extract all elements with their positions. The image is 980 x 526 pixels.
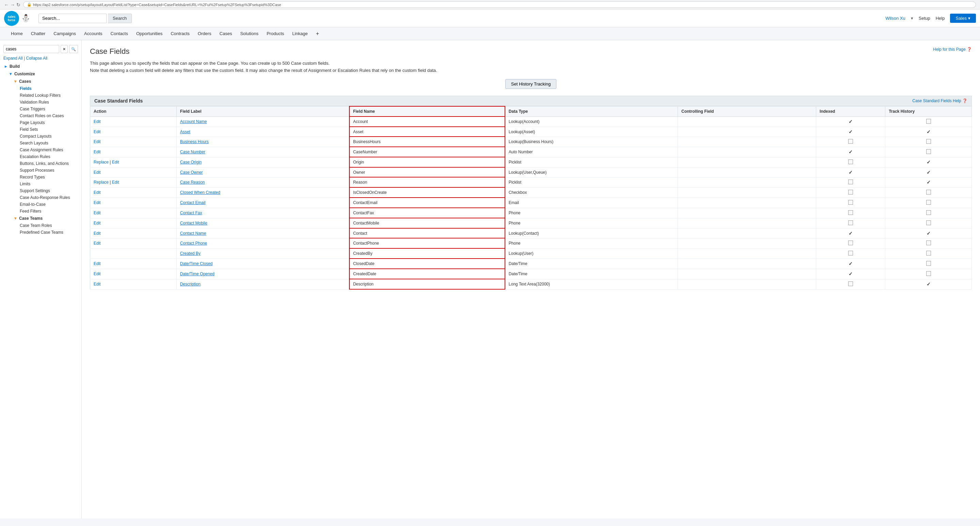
sidebar-cases-toggle[interactable]: ▾ Cases [10, 78, 81, 85]
nav-campaigns[interactable]: Campaigns [49, 27, 80, 40]
edit-link[interactable]: Edit [94, 139, 101, 144]
sidebar-case-teams-toggle[interactable]: ▾ Case Teams [10, 215, 81, 222]
sidebar-item-page-layouts[interactable]: Page Layouts [14, 119, 81, 126]
sidebar-item-fields[interactable]: Fields [14, 85, 81, 92]
nav-accounts[interactable]: Accounts [80, 27, 106, 40]
nav-linkage[interactable]: Linkage [288, 27, 312, 40]
sidebar-item-contact-roles[interactable]: Contact Roles on Cases [14, 112, 81, 119]
sidebar-item-related-lookup[interactable]: Related Lookup Filters [14, 92, 81, 99]
cell-indexed [816, 279, 885, 289]
field-label-link[interactable]: Asset [180, 129, 190, 134]
back-button[interactable]: ← [4, 2, 9, 8]
sidebar-item-support-processes[interactable]: Support Processes [14, 167, 81, 174]
nav-opportunities[interactable]: Opportunities [132, 27, 167, 40]
sidebar-item-record-types[interactable]: Record Types [14, 174, 81, 180]
nav-contracts[interactable]: Contracts [167, 27, 194, 40]
sidebar-item-buttons-links[interactable]: Buttons, Links, and Actions [14, 160, 81, 167]
sidebar-item-field-sets[interactable]: Field Sets [14, 126, 81, 133]
sidebar-item-case-team-roles[interactable]: Case Team Roles [14, 222, 81, 229]
replace-link[interactable]: Replace [94, 180, 109, 185]
edit-link[interactable]: Edit [94, 190, 101, 195]
sidebar-item-assignment-rules[interactable]: Case Assignment Rules [14, 147, 81, 153]
replace-link[interactable]: Replace [94, 160, 109, 164]
edit-link[interactable]: Edit [94, 271, 101, 276]
field-label-link[interactable]: Date/Time Opened [180, 271, 215, 276]
field-label-link[interactable]: Closed When Created [180, 190, 220, 195]
table-row: Replace | EditCase OriginOriginPicklist✓ [90, 157, 972, 167]
edit-link[interactable]: Edit [94, 170, 101, 175]
sidebar-item-feed-filters[interactable]: Feed Filters [14, 208, 81, 215]
field-label-link[interactable]: Business Hours [180, 139, 209, 144]
browser-nav-buttons[interactable]: ← → ↻ [4, 2, 21, 8]
sidebar-item-auto-response[interactable]: Case Auto-Response Rules [14, 194, 81, 201]
nav-chatter[interactable]: Chatter [27, 27, 50, 40]
sidebar-item-support-settings[interactable]: Support Settings [14, 187, 81, 194]
field-label-link[interactable]: Case Number [180, 150, 205, 154]
edit-link[interactable]: Edit [94, 210, 101, 215]
search-input[interactable] [38, 14, 107, 23]
sales-button[interactable]: Sales ▾ [950, 14, 976, 23]
field-label-link[interactable]: Contact Name [180, 231, 206, 236]
edit-link[interactable]: Edit [112, 180, 119, 185]
field-label-link[interactable]: Contact Phone [180, 241, 207, 245]
edit-link[interactable]: Edit [94, 150, 101, 154]
search-button[interactable]: Search [108, 14, 132, 23]
help-link[interactable]: Help [936, 16, 945, 21]
field-label-link[interactable]: Contact Fax [180, 210, 202, 215]
setup-link[interactable]: Setup [919, 16, 930, 21]
user-name[interactable]: Wilson Xu [885, 16, 905, 21]
edit-link[interactable]: Edit [94, 221, 101, 226]
field-label-link[interactable]: Description [180, 282, 200, 287]
cell-data-type: Lookup(User) [505, 249, 678, 258]
nav-orders[interactable]: Orders [194, 27, 216, 40]
nav-cases[interactable]: Cases [216, 27, 236, 40]
lock-icon: 🔒 [27, 2, 32, 7]
help-for-page-link[interactable]: Help for this Page ❓ [933, 47, 972, 52]
sidebar-search-input[interactable] [3, 45, 59, 53]
nav-contacts[interactable]: Contacts [107, 27, 132, 40]
field-label-link[interactable]: Account Name [180, 119, 207, 124]
field-label-link[interactable]: Case Origin [180, 160, 202, 164]
nav-home[interactable]: Home [7, 27, 27, 40]
set-history-tracking-button[interactable]: Set History Tracking [505, 79, 557, 89]
field-label-link[interactable]: Case Owner [180, 170, 203, 175]
field-label-link[interactable]: Contact Mobile [180, 221, 207, 226]
expand-all-link[interactable]: Expand All [3, 56, 23, 61]
edit-link[interactable]: Edit [112, 160, 119, 164]
sidebar-item-limits[interactable]: Limits [14, 180, 81, 187]
track-unchecked [926, 139, 931, 144]
field-label-link[interactable]: Created By [180, 251, 200, 256]
nav-products[interactable]: Products [262, 27, 288, 40]
sidebar-item-triggers[interactable]: Case Triggers [14, 105, 81, 112]
sidebar-item-predefined-teams[interactable]: Predefined Case Teams [14, 229, 81, 236]
edit-link[interactable]: Edit [94, 261, 101, 266]
cell-field-name: CaseNumber [349, 147, 505, 157]
edit-link[interactable]: Edit [94, 231, 101, 236]
collapse-all-link[interactable]: Collapse All [26, 56, 48, 61]
edit-link[interactable]: Edit [94, 282, 101, 287]
sidebar-item-compact-layouts[interactable]: Compact Layouts [14, 133, 81, 140]
refresh-button[interactable]: ↻ [16, 2, 21, 8]
url-field[interactable]: 🔒 https://ap2.salesforce.com/p/setup/lay… [23, 2, 976, 8]
sidebar-clear-button[interactable]: ✕ [60, 45, 68, 53]
sidebar-item-email-to-case[interactable]: Email-to-Case [14, 201, 81, 208]
sidebar-item-escalation-rules[interactable]: Escalation Rules [14, 153, 81, 160]
sidebar-search-button[interactable]: 🔍 [69, 45, 78, 53]
sidebar-item-validation[interactable]: Validation Rules [14, 99, 81, 105]
field-label-link[interactable]: Contact Email [180, 200, 206, 205]
sidebar-item-search-layouts[interactable]: Search Layouts [14, 140, 81, 147]
edit-link[interactable]: Edit [94, 129, 101, 134]
field-label-link[interactable]: Date/Time Closed [180, 261, 213, 266]
edit-link[interactable]: Edit [94, 200, 101, 205]
edit-link[interactable]: Edit [94, 241, 101, 245]
nav-solutions[interactable]: Solutions [236, 27, 262, 40]
forward-button[interactable]: → [10, 2, 15, 8]
field-label-link[interactable]: Case Reason [180, 180, 205, 185]
section-help-link[interactable]: Case Standard Fields Help ❓ [912, 99, 967, 103]
edit-link[interactable]: Edit [94, 119, 101, 124]
sidebar-build-toggle[interactable]: ▸ Build [0, 63, 81, 70]
nav-plus[interactable]: + [312, 27, 323, 40]
cell-track-history [885, 198, 972, 208]
sidebar-customize-toggle[interactable]: ▾ Customize [5, 70, 81, 78]
indexed-checkmark: ✓ [849, 271, 853, 277]
